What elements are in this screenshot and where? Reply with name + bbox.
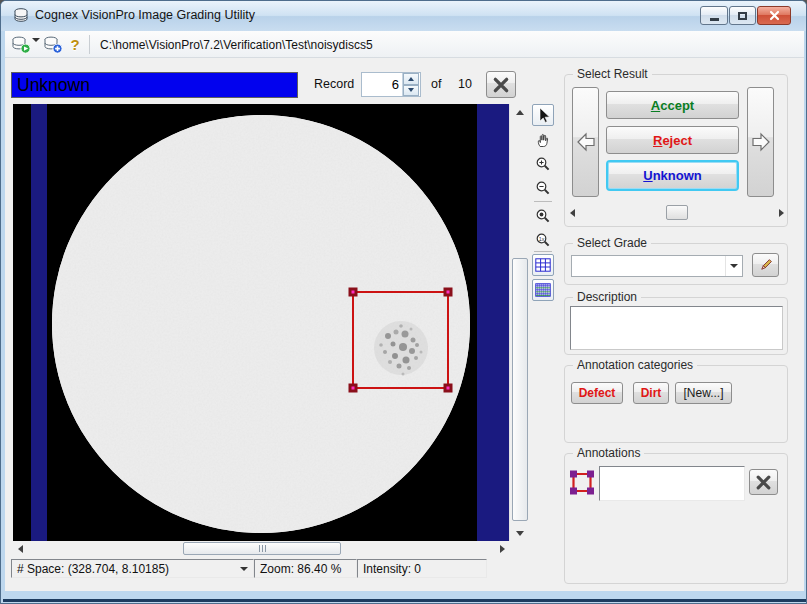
category-new-button[interactable]: [New...] bbox=[675, 382, 732, 404]
annotation-categories-title: Annotation categories bbox=[573, 358, 697, 372]
tool-separator bbox=[534, 251, 552, 252]
previous-record-button[interactable] bbox=[572, 87, 599, 197]
unknown-button[interactable]: Unknown bbox=[606, 160, 739, 191]
zoom-1x-icon: 1x bbox=[535, 232, 551, 248]
up-arrow-icon bbox=[516, 110, 524, 115]
window-title: Cognex VisionPro Image Grading Utility bbox=[35, 8, 255, 22]
dirt-label: Dirt bbox=[641, 386, 662, 400]
record-spin-up[interactable] bbox=[403, 73, 419, 85]
reject-button[interactable]: Reject bbox=[606, 126, 739, 154]
delete-annotation-button[interactable] bbox=[749, 469, 778, 495]
record-spinner bbox=[361, 72, 421, 97]
close-x-icon bbox=[755, 474, 772, 491]
record-slider[interactable] bbox=[570, 205, 784, 221]
grip-icon bbox=[259, 545, 260, 552]
minimize-button[interactable] bbox=[700, 6, 728, 25]
tool-separator bbox=[534, 201, 552, 202]
add-database-button[interactable] bbox=[42, 34, 64, 55]
zoom-fit-icon bbox=[535, 208, 551, 224]
minimize-icon bbox=[710, 18, 719, 21]
window-frame-bottom bbox=[1, 591, 807, 604]
close-x-icon bbox=[492, 76, 510, 94]
app-database-icon[interactable] bbox=[13, 8, 29, 27]
main-toolbar: ? C:\home\VisionPro\7.2\Verification\Tes… bbox=[5, 31, 804, 58]
open-database-button[interactable] bbox=[10, 34, 32, 55]
rectangle-annotation-icon bbox=[569, 467, 595, 501]
left-arrow-icon bbox=[18, 545, 23, 553]
pointer-icon bbox=[535, 107, 551, 123]
help-icon: ? bbox=[70, 36, 79, 53]
horizontal-scroll-thumb[interactable] bbox=[183, 542, 341, 555]
add-database-icon bbox=[43, 36, 63, 54]
left-side-bar bbox=[31, 104, 47, 541]
intensity-status: Intensity: 0 bbox=[357, 559, 487, 578]
edit-grade-button[interactable] bbox=[752, 253, 779, 277]
close-button[interactable] bbox=[757, 6, 791, 25]
record-total: 10 bbox=[458, 77, 472, 91]
description-textarea[interactable] bbox=[570, 306, 783, 350]
image-vertical-scrollbar[interactable] bbox=[509, 104, 529, 541]
defect-label: Defect bbox=[579, 386, 616, 400]
result-banner: Unknown bbox=[11, 72, 298, 98]
record-label: Record bbox=[314, 77, 354, 91]
scroll-up-button[interactable] bbox=[510, 104, 530, 120]
zoom-out-tool-button[interactable] bbox=[532, 177, 554, 199]
up-arrow-icon bbox=[408, 77, 414, 81]
open-database-icon bbox=[11, 36, 31, 54]
select-result-title: Select Result bbox=[573, 67, 652, 81]
chevron-down-icon bbox=[730, 264, 738, 268]
chevron-down-icon bbox=[32, 38, 40, 59]
down-arrow-icon bbox=[516, 531, 524, 536]
pencil-icon bbox=[759, 258, 773, 272]
intensity-value: Intensity: 0 bbox=[363, 562, 421, 576]
zoom-1x-tool-button[interactable]: 1x bbox=[532, 229, 554, 251]
delete-record-button[interactable] bbox=[486, 71, 516, 98]
left-arrow-icon bbox=[576, 131, 596, 153]
pointer-tool-button[interactable] bbox=[532, 104, 554, 126]
titlebar: Cognex VisionPro Image Grading Utility bbox=[1, 1, 806, 31]
accept-button[interactable]: Accept bbox=[606, 91, 739, 119]
pan-tool-button[interactable] bbox=[532, 129, 554, 151]
maximize-button[interactable] bbox=[729, 6, 756, 25]
record-input[interactable] bbox=[362, 73, 402, 96]
select-result-group: Select Result Accept Reject Unknown bbox=[564, 74, 788, 227]
fine-grid-icon bbox=[535, 283, 551, 297]
accept-label: Accept bbox=[651, 98, 694, 113]
vertical-scroll-thumb[interactable] bbox=[512, 258, 528, 521]
left-arrow-icon[interactable] bbox=[570, 209, 575, 217]
grid-icon bbox=[535, 258, 551, 272]
record-slider-thumb[interactable] bbox=[666, 205, 688, 220]
scroll-down-button[interactable] bbox=[510, 525, 530, 541]
new-category-label: [New...] bbox=[683, 386, 723, 400]
of-label: of bbox=[431, 77, 441, 91]
scroll-right-button[interactable] bbox=[495, 541, 509, 556]
image-horizontal-scrollbar[interactable] bbox=[13, 541, 509, 556]
help-button[interactable]: ? bbox=[64, 34, 86, 55]
record-spin-down[interactable] bbox=[403, 85, 419, 97]
select-grade-group: Select Grade bbox=[564, 243, 788, 285]
zoom-value: Zoom: 86.40 % bbox=[260, 562, 341, 576]
zoom-out-icon bbox=[535, 180, 551, 196]
space-selector[interactable]: # Space: (328.704, 8.10185) bbox=[11, 559, 254, 578]
description-title: Description bbox=[573, 290, 641, 304]
fine-grid-tool-button[interactable] bbox=[532, 279, 554, 301]
select-grade-title: Select Grade bbox=[573, 236, 651, 250]
image-canvas[interactable] bbox=[13, 104, 509, 541]
svg-text:1x: 1x bbox=[539, 236, 545, 242]
combo-dropdown-button[interactable] bbox=[725, 256, 742, 276]
maximize-icon bbox=[738, 12, 747, 20]
grade-combobox[interactable] bbox=[571, 255, 743, 277]
category-dirt-button[interactable]: Dirt bbox=[633, 382, 669, 404]
zoom-in-icon bbox=[535, 156, 551, 172]
grid-tool-button[interactable] bbox=[532, 254, 554, 276]
zoom-fit-tool-button[interactable] bbox=[532, 205, 554, 227]
space-value: # Space: (328.704, 8.10185) bbox=[17, 562, 169, 576]
annotation-text-input[interactable] bbox=[599, 466, 745, 501]
zoom-in-tool-button[interactable] bbox=[532, 153, 554, 175]
category-defect-button[interactable]: Defect bbox=[571, 382, 623, 404]
right-arrow-icon bbox=[751, 131, 771, 153]
annotation-categories-group: Annotation categories Defect Dirt [New..… bbox=[564, 365, 788, 443]
right-arrow-icon[interactable] bbox=[779, 209, 784, 217]
scroll-left-button[interactable] bbox=[13, 541, 27, 556]
next-record-button[interactable] bbox=[747, 87, 774, 197]
